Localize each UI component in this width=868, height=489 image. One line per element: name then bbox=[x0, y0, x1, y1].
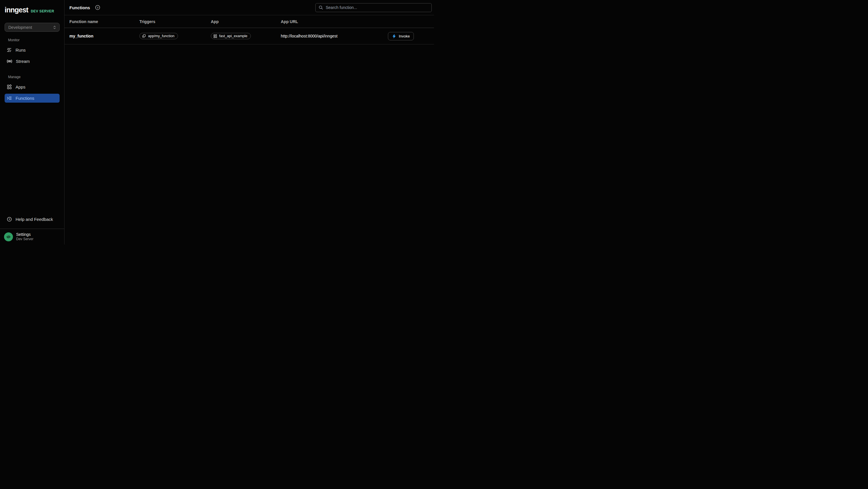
help-and-feedback-link[interactable]: ? Help and Feedback bbox=[0, 214, 64, 224]
app-badge: fast_api_example bbox=[211, 33, 251, 39]
code-icon bbox=[6, 234, 11, 239]
functions-icon bbox=[7, 96, 12, 100]
search-input[interactable] bbox=[326, 5, 429, 10]
trigger-badge: app/my_function bbox=[140, 33, 178, 39]
logo-row: inngest DEV SERVER bbox=[0, 0, 64, 14]
app-cell: fast_api_example bbox=[211, 33, 281, 39]
inngest-logo: inngest bbox=[5, 6, 28, 14]
sidebar-item-stream[interactable]: Stream bbox=[5, 57, 60, 66]
lightning-bolt-icon bbox=[392, 34, 396, 38]
stream-icon bbox=[7, 59, 12, 64]
app-url-text: http://localhost:8000/api/inngest bbox=[281, 34, 338, 38]
column-header-function-name: Function name bbox=[69, 19, 140, 24]
settings-title: Settings bbox=[16, 232, 33, 237]
table-row[interactable]: my_function app/my_function bbox=[64, 28, 434, 45]
runs-icon bbox=[7, 48, 12, 53]
apps-icon bbox=[7, 85, 12, 89]
column-header-triggers: Triggers bbox=[140, 19, 211, 24]
sidebar-item-apps[interactable]: Apps bbox=[5, 83, 60, 91]
column-header-app: App bbox=[211, 19, 281, 24]
sidebar-section-monitor: Monitor bbox=[8, 38, 64, 42]
svg-text:?: ? bbox=[9, 218, 10, 221]
sidebar: inngest DEV SERVER Development Monitor R… bbox=[0, 0, 64, 244]
app-url-cell: http://localhost:8000/api/inngest Invoke bbox=[281, 32, 434, 40]
page-title: Functions bbox=[69, 5, 90, 10]
search-icon bbox=[318, 5, 323, 10]
search-box bbox=[315, 3, 432, 12]
avatar bbox=[4, 232, 13, 241]
page-help-icon[interactable]: ? bbox=[95, 5, 100, 10]
sidebar-item-label: Stream bbox=[16, 59, 30, 64]
settings-row[interactable]: Settings Dev Server bbox=[0, 229, 64, 244]
event-copy-icon bbox=[142, 34, 146, 38]
help-and-feedback-label: Help and Feedback bbox=[16, 217, 53, 222]
sidebar-item-label: Apps bbox=[16, 85, 25, 89]
sidebar-section-manage: Manage bbox=[8, 75, 64, 79]
sidebar-item-runs[interactable]: Runs bbox=[5, 46, 60, 55]
settings-text: Settings Dev Server bbox=[16, 232, 33, 241]
function-name-cell: my_function bbox=[69, 34, 140, 38]
environment-selector-value: Development bbox=[8, 25, 32, 30]
help-circle-icon: ? bbox=[7, 217, 12, 222]
sidebar-spacer bbox=[0, 104, 64, 214]
app-badge-label: fast_api_example bbox=[219, 34, 247, 38]
sidebar-item-label: Functions bbox=[16, 96, 34, 100]
settings-subtitle: Dev Server bbox=[16, 237, 33, 241]
apps-mini-icon bbox=[213, 34, 217, 38]
table-header: Function name Triggers App App URL bbox=[64, 15, 434, 28]
dev-server-badge: DEV SERVER bbox=[31, 9, 54, 13]
invoke-button[interactable]: Invoke bbox=[388, 32, 414, 40]
chevron-updown-icon bbox=[53, 25, 57, 29]
trigger-badge-label: app/my_function bbox=[148, 34, 175, 38]
environment-selector[interactable]: Development bbox=[5, 23, 60, 32]
main-content: Functions ? Function name Triggers App A… bbox=[64, 0, 434, 244]
page-header: Functions ? bbox=[64, 0, 434, 15]
triggers-cell: app/my_function bbox=[140, 33, 211, 39]
sidebar-item-label: Runs bbox=[16, 48, 26, 53]
sidebar-item-functions[interactable]: Functions bbox=[5, 94, 60, 103]
invoke-button-label: Invoke bbox=[399, 34, 410, 38]
svg-text:?: ? bbox=[97, 6, 98, 9]
column-header-app-url: App URL bbox=[281, 19, 434, 24]
